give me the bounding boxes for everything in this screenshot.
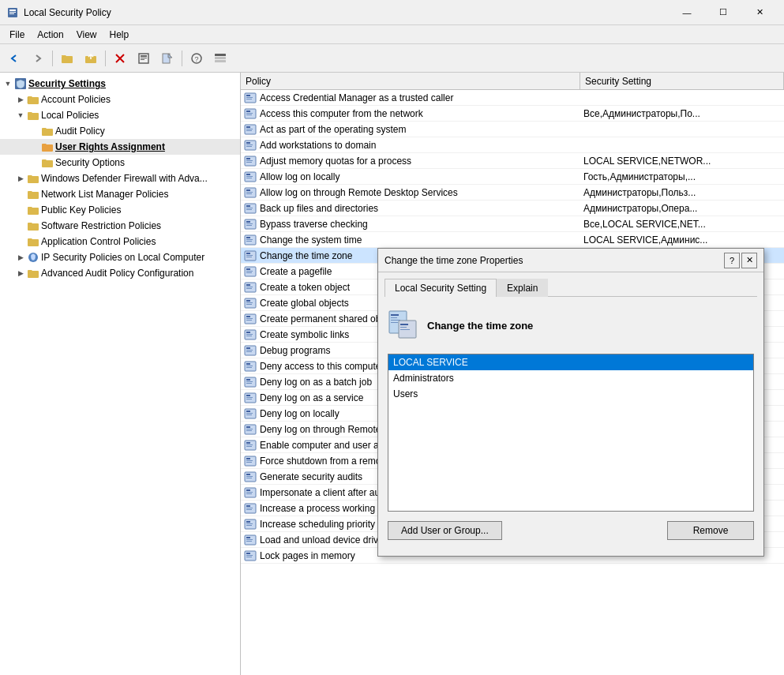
menu-action[interactable]: Action [31,28,69,42]
policy-cell: Access Credential Manager as a trusted c… [241,90,580,105]
menu-view[interactable]: View [70,28,103,42]
policy-icon [244,486,257,499]
tree-item-account-policies[interactable]: ▶ Account Policies [0,92,240,107]
setting-cell: LOCAL SERVICE,Админис... [580,232,784,247]
svg-rect-68 [246,287,253,287]
policy-name: Access this computer from the network [260,108,423,119]
properties-icon [137,52,150,65]
policy-cell: Access this computer from the network [241,106,580,121]
svg-rect-23 [246,111,250,112]
header-setting[interactable]: Security Setting [580,73,784,89]
security-options-label: Security Options [55,157,125,168]
tree-item-network-list[interactable]: ▶ Network List Manager Policies [0,186,240,202]
svg-rect-125 [246,509,252,510]
tree-item-local-policies[interactable]: ▼ Local Policies [0,107,240,123]
menu-file[interactable]: File [3,28,31,42]
dialog-help-button[interactable]: ? [724,253,740,268]
dialog-list-item[interactable]: LOCAL SERVICE [388,354,753,370]
menu-help[interactable]: Help [103,28,136,42]
expander-windows-firewall[interactable]: ▶ [14,172,27,185]
list-row[interactable]: Act as part of the operating system [241,122,784,137]
svg-rect-129 [246,525,252,526]
svg-rect-75 [246,316,250,317]
svg-rect-95 [246,395,250,396]
svg-rect-45 [246,193,252,194]
policy-icon [244,281,257,294]
header-policy[interactable]: Policy [241,73,580,89]
tree-item-security-settings[interactable]: ▼ Security Settings [0,76,240,92]
tree-item-windows-firewall[interactable]: ▶ Windows Defender Firewall with Adva... [0,171,240,186]
expander-security-settings[interactable]: ▼ [2,77,14,90]
list-row[interactable]: Access Credential Manager as a trusted c… [241,90,784,106]
list-row[interactable]: Change the system timeLOCAL SERVICE,Адми… [241,232,784,248]
list-row[interactable]: Add workstations to domain [241,137,784,153]
list-row[interactable]: Back up files and directoriesАдминистрат… [241,201,784,216]
list-row[interactable]: Allow log on through Remote Desktop Serv… [241,185,784,201]
svg-rect-117 [246,478,252,478]
tab-local-security-setting[interactable]: Local Security Setting [384,279,497,297]
svg-rect-131 [246,537,250,538]
tree-item-user-rights[interactable]: ▶ User Rights Assignment [0,139,240,155]
add-user-button[interactable]: Add User or Group... [388,521,502,540]
forward-button[interactable] [27,47,49,69]
policy-icon [244,376,257,388]
delete-button[interactable] [109,47,131,69]
list-row[interactable]: Allow log on locallyГость,Администраторы… [241,169,784,185]
svg-rect-56 [246,239,253,240]
toolbar-separator-1 [52,51,53,66]
list-row[interactable]: Adjust memory quotas for a processLOCAL … [241,153,784,169]
tree-item-audit-policy[interactable]: ▶ Audit Policy [0,123,240,139]
folder-button[interactable] [56,47,78,69]
view-icon [214,52,227,65]
dialog-close-button[interactable]: ✕ [741,253,757,268]
svg-rect-53 [246,225,252,226]
expander-account-policies[interactable]: ▶ [14,93,27,106]
help-button[interactable]: ? [186,47,208,69]
dialog-list-item[interactable]: Users [388,386,753,402]
view-button[interactable] [209,47,231,69]
dialog-body: Change the time zone LOCAL SERVICEAdmini… [384,303,757,549]
minimize-button[interactable]: — [669,0,705,25]
dialog-policy-name: Change the time zone [427,320,533,332]
dialog-title: Change the time zone Properties [384,255,523,266]
tree-item-app-control[interactable]: ▶ Application Control Policies [0,234,240,249]
policy-icon [244,360,257,373]
remove-button[interactable]: Remove [667,521,754,540]
svg-rect-39 [246,174,250,175]
policy-icon [244,297,257,309]
properties-dialog[interactable]: Change the time zone Properties ? ✕ Loca… [377,248,764,557]
svg-rect-93 [246,383,252,384]
close-button[interactable]: ✕ [741,0,778,25]
folder-up-button[interactable] [80,47,102,69]
toolbar-separator-2 [105,51,106,66]
svg-rect-97 [246,399,252,399]
export-button[interactable] [156,47,178,69]
policy-name: Create a token object [260,282,350,293]
expander-advanced-audit[interactable]: ▶ [14,267,27,279]
expander-ip-security[interactable]: ▶ [14,251,27,264]
list-row[interactable]: Bypass traverse checkingВсе,LOCAL SERVIC… [241,216,784,232]
back-button[interactable] [3,47,25,69]
properties-button[interactable] [133,47,155,69]
tree-item-public-key[interactable]: ▶ Public Key Policies [0,202,240,218]
svg-rect-84 [246,350,253,351]
expander-local-policies[interactable]: ▼ [14,109,27,122]
svg-rect-105 [246,430,252,431]
tree-item-advanced-audit[interactable]: ▶ Advanced Audit Policy Configuration [0,265,240,281]
dialog-users-list[interactable]: LOCAL SERVICEAdministratorsUsers [388,354,754,512]
advanced-audit-label: Advanced Audit Policy Configuration [41,268,193,279]
tab-explain[interactable]: Explain [497,279,548,297]
svg-rect-25 [246,114,252,115]
export-icon [161,52,174,65]
svg-rect-91 [246,379,250,381]
svg-rect-4 [62,56,73,63]
dialog-list-item[interactable]: Administrators [388,370,753,386]
tree-item-ip-security[interactable]: ▶ IP Security Policies on Local Computer [0,249,240,265]
maximize-button[interactable]: ☐ [705,0,741,25]
list-row[interactable]: Access this computer from the networkВсе… [241,106,784,122]
tree-item-security-options[interactable]: ▶ Security Options [0,155,240,171]
tree-item-software-restriction[interactable]: ▶ Software Restriction Policies [0,218,240,234]
app-control-icon [27,235,39,248]
svg-rect-63 [246,268,250,270]
svg-rect-100 [246,413,253,414]
